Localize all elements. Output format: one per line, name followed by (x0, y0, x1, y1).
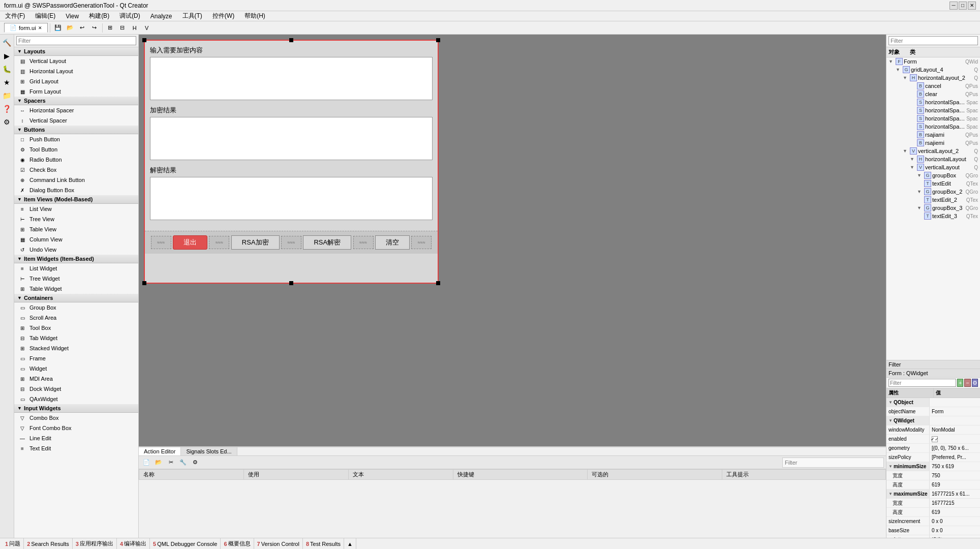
widget-item-frame[interactable]: ▭Frame (14, 353, 138, 363)
props-minus-button[interactable]: − (964, 379, 970, 387)
menu-item-analyze[interactable]: Analyze (147, 12, 175, 21)
bottom-tab-1[interactable]: Signals Slots Ed... (181, 447, 237, 455)
help-icon[interactable]: ❓ (1, 103, 13, 115)
menu-item-w[interactable]: 控件(W) (209, 11, 237, 21)
widget-item-font-combo-box[interactable]: ▽Font Combo Box (14, 423, 138, 433)
rsa-decrypt-button[interactable]: RSA解密 (303, 235, 351, 250)
bookmark-icon[interactable]: ★ (1, 76, 13, 88)
widget-item-tree-widget[interactable]: ⊢Tree Widget (14, 273, 138, 284)
tree-item-textEdit_3[interactable]: T textEdit_3 QTex (886, 212, 980, 220)
toolbar-redo-btn[interactable]: ↪ (89, 23, 100, 33)
widget-item-widget[interactable]: ▭Widget (14, 363, 138, 374)
section-header-item-views-(model-based)[interactable]: ▼ Item Views (Model-Based) (14, 195, 138, 204)
menu-item-t[interactable]: 工具(T) (179, 11, 205, 21)
bottom-filter-input[interactable] (782, 458, 884, 468)
rsa-encrypt-button[interactable]: RSA加密 (231, 235, 280, 250)
widget-item-line-edit[interactable]: —Line Edit (14, 433, 138, 443)
section-header-item-widgets-(item-based)[interactable]: ▼ Item Widgets (Item-Based) (14, 255, 138, 263)
hammer-icon[interactable]: 🔨 (1, 37, 13, 49)
tree-item-gridLayout_4[interactable]: ▼ G gridLayout_4 Q (886, 66, 980, 74)
tree-item-Form[interactable]: ▼ F Form QWid (886, 57, 980, 66)
tree-item-horizontalSpacer_3[interactable]: S horizontalSpacer_3 Spac (886, 98, 980, 106)
toolbar-grid-btn[interactable]: ⊟ (117, 23, 128, 33)
widget-item-qaxwidget[interactable]: ▭QAxWidget (14, 394, 138, 404)
maximize-button[interactable]: □ (959, 2, 967, 10)
widget-item-list-widget[interactable]: ≡List Widget (14, 263, 138, 273)
run-icon[interactable]: ▶ (1, 50, 13, 62)
close-button[interactable]: ✕ (968, 2, 976, 10)
tree-item-clear[interactable]: B clear QPus (886, 90, 980, 98)
widget-item-push-button[interactable]: □Push Button (14, 134, 138, 144)
prop-checkbox[interactable]: ✓ (932, 436, 938, 442)
widget-item-combo-box[interactable]: ▽Combo Box (14, 413, 138, 423)
tree-item-verticalLayout_2[interactable]: ▼ V verticalLayout_2 Q (886, 147, 980, 155)
tree-item-textEdit_2[interactable]: T textEdit_2 QTex (886, 196, 980, 204)
status-segment-7[interactable]: 7Version Control (254, 538, 303, 549)
status-segment-5[interactable]: 5QML Debugger Console (150, 538, 221, 549)
status-segment-▲[interactable]: ▲ (344, 538, 356, 549)
status-segment-3[interactable]: 3应用程序输出 (73, 538, 117, 549)
widget-item-dock-widget[interactable]: ⊟Dock Widget (14, 384, 138, 394)
prop-value-cell[interactable]: ✓ (930, 435, 980, 443)
project-icon[interactable]: 📁 (1, 89, 13, 102)
widget-item-form-layout[interactable]: ▦Form Layout (14, 86, 138, 97)
tree-item-horizontalSpacer_5[interactable]: S horizontalSpacer_5 Spac (886, 114, 980, 123)
tree-item-groupBox_3[interactable]: ▼ G groupBox_3 QGro (886, 204, 980, 212)
bottom-toolbar-btn-3[interactable]: ✂ (165, 458, 176, 468)
tree-item-horizontalSpacer_4[interactable]: S horizontalSpacer_4 Spac (886, 106, 980, 114)
decrypted-result-textarea[interactable] (150, 177, 433, 220)
tree-item-horizontalLayout_2[interactable]: ▼ H horizontalLayout_2 Q (886, 74, 980, 82)
status-segment-1[interactable]: 1问题 (2, 538, 24, 549)
status-segment-4[interactable]: 4编译输出 (117, 538, 150, 549)
widget-item-command-link-button[interactable]: ⊕Command Link Button (14, 175, 138, 185)
settings-icon[interactable]: ⚙ (1, 116, 13, 128)
props-add-button[interactable]: + (957, 379, 963, 387)
widget-item-scroll-area[interactable]: ▭Scroll Area (14, 313, 138, 323)
bottom-tab-0[interactable]: Action Editor (139, 447, 181, 455)
right-filter-input[interactable] (889, 36, 978, 45)
widget-item-text-edit[interactable]: ≡Text Edit (14, 443, 138, 453)
tree-item-rsajiami[interactable]: B rsajiami QPus (886, 131, 980, 139)
widget-item-tool-box[interactable]: ⊞Tool Box (14, 323, 138, 333)
menu-item-e[interactable]: 编辑(E) (32, 11, 58, 21)
resize-handle-tl[interactable] (142, 38, 146, 42)
widget-item-tab-widget[interactable]: ⊟Tab Widget (14, 333, 138, 343)
widget-item-horizontal-spacer[interactable]: ↔Horizontal Spacer (14, 105, 138, 115)
exit-button[interactable]: 退出 (173, 235, 207, 250)
resize-handle-br[interactable] (436, 281, 440, 285)
widget-item-vertical-layout[interactable]: ▤Vertical Layout (14, 56, 138, 66)
bottom-toolbar-btn-5[interactable]: ⚙ (190, 458, 201, 468)
minimize-button[interactable]: ─ (950, 2, 958, 10)
widget-item-table-widget[interactable]: ⊞Table Widget (14, 284, 138, 294)
widget-item-horizontal-layout[interactable]: ▥Horizontal Layout (14, 66, 138, 76)
debug-icon[interactable]: 🐛 (1, 63, 13, 75)
tree-item-groupBox[interactable]: ▼ G groupBox QGro (886, 171, 980, 179)
encrypt-input-textarea[interactable] (150, 57, 433, 100)
menu-item-f[interactable]: 文件(F) (2, 11, 28, 21)
widget-item-tree-view[interactable]: ⊢Tree View (14, 214, 138, 224)
bottom-toolbar-btn-4[interactable]: 🔧 (177, 458, 189, 468)
widget-item-stacked-widget[interactable]: ⊞Stacked Widget (14, 343, 138, 353)
widget-item-grid-layout[interactable]: ⊞Grid Layout (14, 76, 138, 86)
widget-item-vertical-spacer[interactable]: ↕Vertical Spacer (14, 115, 138, 126)
widget-item-radio-button[interactable]: ◉Radio Button (14, 155, 138, 165)
props-filter-input[interactable] (889, 379, 956, 387)
resize-handle-tc[interactable] (289, 38, 293, 42)
tree-item-rsajiemi[interactable]: B rsajiemi QPus (886, 139, 980, 147)
tree-item-horizontalLayout[interactable]: ▼ H horizontalLayout Q (886, 155, 980, 163)
bottom-toolbar-btn-2[interactable]: 📂 (153, 458, 164, 468)
section-header-layouts[interactable]: ▼ Layouts (14, 47, 138, 56)
status-segment-6[interactable]: 6概要信息 (221, 538, 254, 549)
section-header-input-widgets[interactable]: ▼ Input Widgets (14, 404, 138, 413)
resize-handle-bl[interactable] (142, 281, 146, 285)
menu-item-d[interactable]: 调试(D) (116, 11, 143, 21)
toolbar-h-btn[interactable]: H (129, 23, 140, 33)
menu-item-h[interactable]: 帮助(H) (241, 11, 268, 21)
toolbar-open-btn[interactable]: 📂 (65, 23, 76, 33)
props-gear-button[interactable]: ⚙ (972, 379, 978, 387)
toolbar-undo-btn[interactable]: ↩ (77, 23, 88, 33)
tree-item-textEdit[interactable]: T textEdit QTex (886, 179, 980, 188)
widget-item-table-view[interactable]: ⊞Table View (14, 224, 138, 234)
widget-item-list-view[interactable]: ≡List View (14, 204, 138, 214)
resize-handle-tr[interactable] (436, 38, 440, 42)
